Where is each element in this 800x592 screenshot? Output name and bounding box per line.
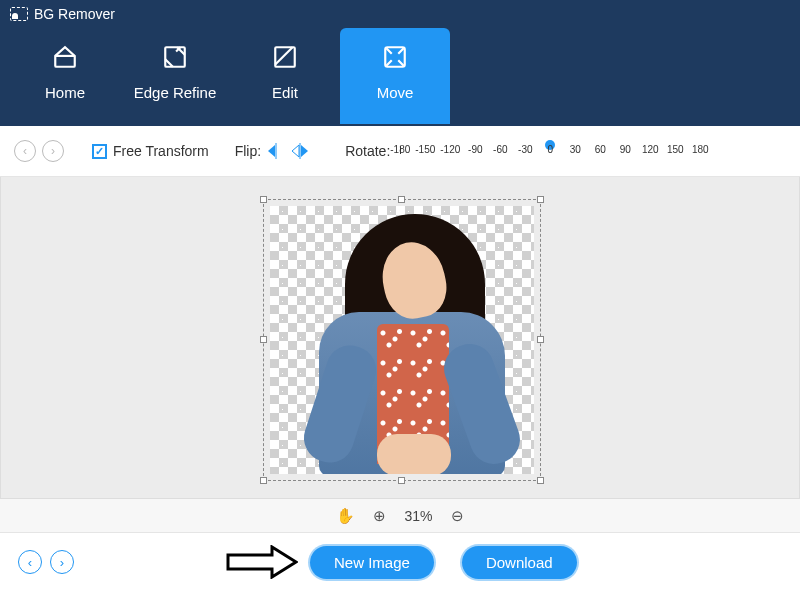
tab-label: Move	[377, 84, 414, 101]
app-logo-icon	[10, 7, 28, 21]
resize-handle[interactable]	[260, 336, 267, 343]
title-bar: BG Remover	[0, 0, 800, 28]
edit-icon	[272, 44, 298, 70]
transform-bounding-box[interactable]	[263, 199, 541, 481]
tab-label: Edge Refine	[134, 84, 217, 101]
tab-label: Home	[45, 84, 85, 101]
resize-handle[interactable]	[537, 196, 544, 203]
resize-handle[interactable]	[260, 477, 267, 484]
zoom-in-icon[interactable]: ⊕	[373, 507, 386, 525]
zoom-percent: 31%	[404, 508, 432, 524]
zoom-out-icon[interactable]: ⊖	[451, 507, 464, 525]
rotate-tick-labels: -180-150-120-90-60-300306090120150180	[400, 144, 700, 156]
subject-image[interactable]	[315, 214, 505, 474]
tab-label: Edit	[272, 84, 298, 101]
resize-handle[interactable]	[537, 336, 544, 343]
zoom-bar: ✋ ⊕ 31% ⊖	[0, 499, 800, 533]
move-toolbar: ‹ › Free Transform Flip: Rotate: -180-15…	[0, 126, 800, 177]
resize-handle[interactable]	[260, 196, 267, 203]
flip-vertical-icon[interactable]	[291, 143, 309, 159]
rotate-label: Rotate:	[345, 143, 390, 159]
app-title: BG Remover	[34, 6, 115, 22]
next-image-button[interactable]: ›	[50, 550, 74, 574]
resize-handle[interactable]	[398, 196, 405, 203]
resize-handle[interactable]	[398, 477, 405, 484]
download-button[interactable]: Download	[462, 546, 577, 579]
free-transform-checkbox[interactable]	[92, 144, 107, 159]
edge-refine-icon	[162, 44, 188, 70]
tab-home[interactable]: Home	[10, 28, 120, 124]
free-transform-label: Free Transform	[113, 143, 209, 159]
svg-rect-1	[275, 47, 295, 67]
transparency-checker	[270, 206, 534, 474]
canvas-area[interactable]	[0, 177, 800, 499]
home-icon	[52, 44, 78, 70]
tab-move[interactable]: Move	[340, 28, 450, 124]
flip-horizontal-icon[interactable]	[267, 143, 285, 159]
prev-image-button[interactable]: ‹	[18, 550, 42, 574]
pan-hand-icon[interactable]: ✋	[336, 507, 355, 525]
tab-edge-refine[interactable]: Edge Refine	[120, 28, 230, 124]
svg-rect-0	[165, 47, 185, 67]
move-icon	[382, 44, 408, 70]
main-tabs: Home Edge Refine Edit Move	[0, 28, 800, 124]
new-image-button[interactable]: New Image	[310, 546, 434, 579]
rotate-slider[interactable]: -180-150-120-90-60-300306090120150180	[400, 146, 700, 156]
flip-label: Flip:	[235, 143, 261, 159]
resize-handle[interactable]	[537, 477, 544, 484]
bottom-bar: ‹ › New Image Download	[0, 533, 800, 591]
annotation-arrow-icon	[226, 545, 298, 579]
undo-button[interactable]: ‹	[14, 140, 36, 162]
redo-button[interactable]: ›	[42, 140, 64, 162]
tab-edit[interactable]: Edit	[230, 28, 340, 124]
